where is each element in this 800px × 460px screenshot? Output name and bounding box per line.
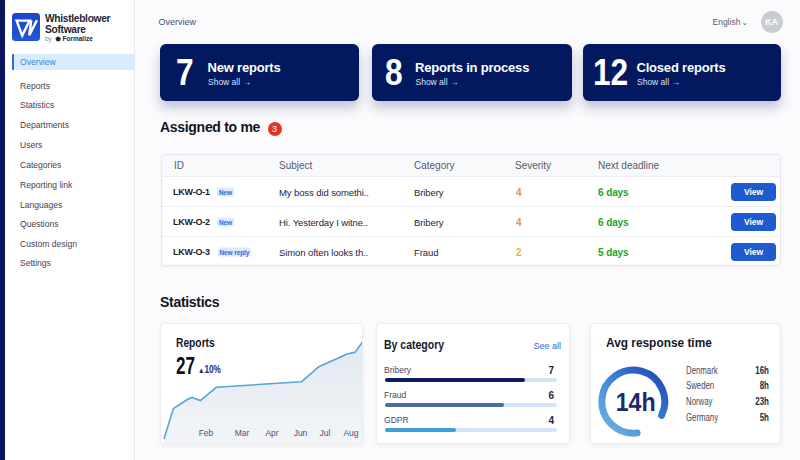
svg-text:14h: 14h: [616, 388, 656, 416]
